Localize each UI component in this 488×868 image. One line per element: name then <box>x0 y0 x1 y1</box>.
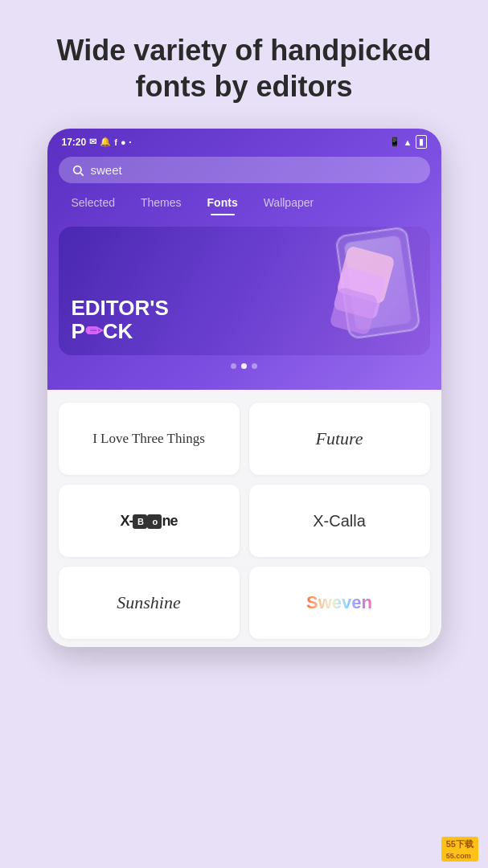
tab-selected[interactable]: Selected <box>59 193 128 215</box>
phone-mockup: 17:20 ✉ 🔔 f ● • 📱 ▲ ▮ <box>47 129 441 647</box>
dot-1[interactable] <box>231 363 236 369</box>
battery-icon: ▮ <box>416 135 427 149</box>
watermark: 55下载 55.com <box>441 837 478 862</box>
fb-icon: f <box>114 137 117 147</box>
status-right: 📱 ▲ ▮ <box>389 135 427 149</box>
dot-2[interactable] <box>241 363 247 369</box>
search-text: sweet <box>91 163 122 177</box>
mail-icon: ✉ <box>89 137 96 147</box>
status-bar: 17:20 ✉ 🔔 f ● • 📱 ▲ ▮ <box>47 129 441 152</box>
tab-fonts[interactable]: Fonts <box>195 193 251 215</box>
carousel-dots <box>47 355 441 374</box>
dot-icon: • <box>129 138 132 145</box>
page-wrapper: Wide variety of handpicked fonts by edit… <box>0 0 488 868</box>
pencil-icon: ✏ <box>85 319 103 343</box>
dot-3[interactable] <box>252 363 257 369</box>
editor-banner: EDITOR'S P✏CK <box>59 227 430 355</box>
notif-icon: 🔔 <box>100 137 111 147</box>
banner-line1: EDITOR'S <box>72 297 169 320</box>
font-card-3[interactable]: X-Bone <box>59 485 240 557</box>
svg-point-0 <box>73 166 80 174</box>
phone-top-section: 17:20 ✉ 🔔 f ● • 📱 ▲ ▮ <box>47 129 441 390</box>
tab-bar: Selected Themes Fonts Wallpaper <box>47 193 441 215</box>
watermark-sub: 55.com <box>446 852 471 860</box>
banner-line2: P✏CK <box>72 320 169 343</box>
font-card-6[interactable]: Sweven <box>249 567 430 639</box>
phone-icon: 📱 <box>389 137 400 147</box>
wifi-icon: ▲ <box>404 137 412 147</box>
svg-line-1 <box>80 173 83 175</box>
font-label-6: Sweven <box>306 592 372 613</box>
font-label-1: I Love Three Things <box>92 431 205 447</box>
font-card-4[interactable]: X-Calla <box>249 485 430 557</box>
font-card-1[interactable]: I Love Three Things <box>59 403 240 475</box>
headline: Wide variety of handpicked fonts by edit… <box>0 0 488 129</box>
tab-themes[interactable]: Themes <box>128 193 195 215</box>
search-bar[interactable]: sweet <box>59 157 430 183</box>
watermark-text: 55下载 <box>446 839 474 849</box>
font-label-4: X-Calla <box>313 512 366 530</box>
banner-3d-graphic <box>253 227 430 355</box>
status-left: 17:20 ✉ 🔔 f ● • <box>62 137 132 148</box>
font-card-2[interactable]: Future <box>249 403 430 475</box>
font-label-2: Future <box>315 428 363 449</box>
tab-wallpaper[interactable]: Wallpaper <box>251 193 327 215</box>
font-grid: I Love Three Things Future X-Bone X-Call… <box>47 390 441 647</box>
font-label-3: X-Bone <box>120 513 177 530</box>
font-label-5: Sunshine <box>117 592 180 613</box>
search-icon <box>72 164 84 177</box>
font-card-5[interactable]: Sunshine <box>59 567 240 639</box>
time-display: 17:20 <box>62 137 87 148</box>
circle-icon: ● <box>121 137 126 147</box>
